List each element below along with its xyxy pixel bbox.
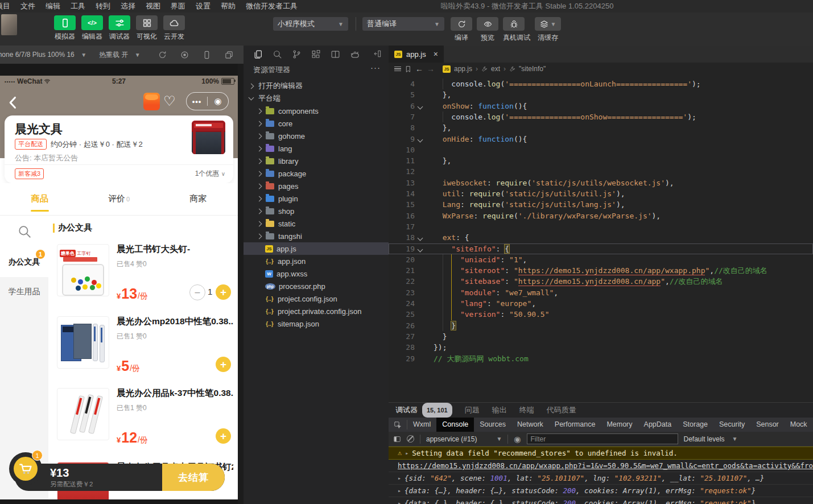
compile-select[interactable]: 普通编译▼	[362, 17, 444, 31]
add-to-cart-button[interactable]: +	[216, 357, 231, 372]
code-line-19[interactable]: 19 "siteInfo": {	[389, 243, 813, 254]
panel-toggle-icon[interactable]	[393, 435, 401, 443]
forward-arrow-icon[interactable]: →	[427, 64, 435, 73]
search-icon[interactable]	[273, 49, 282, 59]
tree-item-app.json[interactable]: {..}app.json	[244, 255, 389, 267]
menu-item-8[interactable]: 设置	[191, 0, 216, 13]
tab-商家[interactable]: 商家	[159, 183, 238, 215]
toolbar-action-真机调试[interactable]: 真机调试	[503, 17, 530, 43]
avatar[interactable]	[1, 14, 17, 35]
code-line-9[interactable]: 9 onHide: function(){	[389, 134, 813, 144]
tree-item-app.wxss[interactable]: Wapp.wxss	[244, 267, 389, 280]
checkout-button[interactable]: 去结算	[162, 464, 225, 491]
expand-arrow-icon[interactable]: ▸	[398, 497, 401, 504]
more-menu-button[interactable]: •••	[187, 97, 207, 106]
console-row-1[interactable]: https://demo15.ynjdzzd008.cn/app/wxapp.p…	[389, 460, 813, 472]
menu-item-9[interactable]: 帮助	[216, 0, 241, 13]
tree-item-project.private.config.json[interactable]: {..}project.private.config.json	[244, 305, 389, 317]
console-row-0[interactable]: ⚠▸Setting data field "recommend_stores" …	[389, 447, 813, 460]
fold-chevron-icon[interactable]	[418, 236, 423, 241]
code-line-29[interactable]: 29// 大鹏源码网 wobbt.com	[389, 353, 813, 364]
debugger-tab-调试器[interactable]: 调试器15, 101	[395, 403, 452, 418]
code-line-25[interactable]: 25 "version": "50.90.5"	[389, 309, 813, 320]
code-line-6[interactable]: 6 onShow: function(){	[389, 101, 813, 111]
code-line-21[interactable]: 21 "siteroot": "https://demo15.ynjdzzd00…	[389, 265, 813, 276]
code-line-4[interactable]: 4 console.log('================onLaunch=…	[389, 79, 813, 89]
collapse-sidebar-icon[interactable]	[373, 49, 382, 58]
device-frame-icon[interactable]	[203, 51, 211, 59]
breadcrumb-item[interactable]: "siteInfo"	[519, 65, 546, 73]
menu-item-2[interactable]: 编辑	[40, 0, 65, 13]
menu-item-4[interactable]: 转到	[90, 0, 115, 13]
red-packet-icon[interactable]	[143, 93, 160, 110]
increase-quantity-button[interactable]: +	[216, 284, 231, 300]
category-学生用品[interactable]: 学生用品	[0, 277, 48, 307]
fold-chevron-icon[interactable]	[418, 246, 423, 252]
eye-icon[interactable]: ◉	[514, 435, 521, 444]
tree-item-shop[interactable]: shop	[244, 205, 389, 217]
close-tab-icon[interactable]: ×	[434, 49, 438, 59]
inspect-element-icon[interactable]	[389, 420, 407, 429]
code-line-7[interactable]: 7 console.log('================onShow===…	[389, 111, 813, 122]
context-select[interactable]: appservice (#15)▼	[426, 435, 502, 443]
teapot-icon[interactable]	[350, 49, 360, 59]
toolbar-action-预览[interactable]: 预览	[477, 17, 498, 43]
decrease-quantity-button[interactable]: –	[189, 284, 205, 300]
expand-arrow-icon[interactable]: ▸	[398, 485, 401, 497]
log-levels-select[interactable]: Default levels▼	[684, 435, 738, 443]
tree-item-project.config.json[interactable]: {..}project.config.json	[244, 292, 389, 305]
code-line-17[interactable]: 17	[389, 221, 813, 232]
code-line-11[interactable]: 11 },	[389, 155, 813, 166]
menu-item-5[interactable]: 选择	[115, 0, 141, 13]
fold-chevron-icon[interactable]	[418, 104, 423, 109]
code-line-26[interactable]: 26 }	[389, 320, 813, 331]
code-line-28[interactable]: 28});	[389, 342, 813, 353]
code-line-24[interactable]: 24 "lang": "europe",	[389, 298, 813, 309]
code-line-20[interactable]: 20 "uniacid": "1",	[389, 254, 813, 265]
breadcrumb-item[interactable]: ext	[491, 65, 500, 73]
store-card[interactable]: 晨光文具 平台配送 约0分钟 · 起送￥0 · 配送￥2 公告: 本店暂无公告 …	[5, 115, 233, 183]
toolbar-button-编辑器[interactable]: </>编辑器	[79, 15, 106, 42]
category-办公文具[interactable]: 办公文具1	[0, 247, 48, 277]
tree-item-plugin[interactable]: plugin	[244, 192, 389, 205]
menu-item-1[interactable]: 文件	[15, 0, 40, 13]
tree-item-app.js[interactable]: JSapp.js	[244, 242, 389, 255]
tree-item-sitemap.json[interactable]: {..}sitemap.json	[244, 317, 389, 330]
files-icon[interactable]	[253, 49, 263, 59]
tab-评价[interactable]: 评价0	[79, 183, 158, 215]
mode-select[interactable]: 小程序模式▼	[273, 17, 348, 31]
code-line-14[interactable]: 14 util: require('static/js/utils/util.j…	[389, 188, 813, 199]
devtools-tab-Storage[interactable]: Storage	[677, 418, 713, 432]
code-line-10[interactable]: 10	[389, 144, 813, 155]
devtools-tab-Security[interactable]: Security	[713, 418, 750, 432]
menu-item-6[interactable]: 视图	[141, 0, 166, 13]
console-row-2[interactable]: ▸{sid: "642", scene: 1001, lat: "25.1011…	[389, 472, 813, 485]
devtools-tab-Network[interactable]: Network	[511, 418, 549, 432]
code-line-13[interactable]: 13 iwebsocket: require('static/js/utils/…	[389, 177, 813, 188]
menu-item-10[interactable]: 微信开发者工具	[241, 0, 303, 13]
detach-window-icon[interactable]	[225, 51, 233, 59]
code-line-18[interactable]: 18 ext: {	[389, 232, 813, 243]
menu-item-3[interactable]: 工具	[65, 0, 90, 13]
code-line-22[interactable]: 22 "sitebase": "https://demo15.ynjdzzd00…	[389, 276, 813, 287]
code-line-8[interactable]: 8 },	[389, 122, 813, 133]
tab-商品[interactable]: 商品	[0, 183, 79, 215]
console-row-3[interactable]: ▸{data: {…}, header: {…}, statusCode: 20…	[389, 485, 813, 497]
devtools-tab-Mock[interactable]: Mock	[785, 418, 813, 432]
device-select[interactable]: iPhone 6/7/8 Plus 100% 16 ▼	[0, 51, 86, 59]
devtools-tab-Memory[interactable]: Memory	[601, 418, 638, 432]
devtools-tab-Sensor[interactable]: Sensor	[750, 418, 785, 432]
tree-item-static[interactable]: static	[244, 217, 389, 230]
code-line-16[interactable]: 16 WxParse: require('./library/wxParse/w…	[389, 210, 813, 221]
debugger-tab-输出[interactable]: 输出	[492, 403, 507, 418]
expand-arrow-icon[interactable]: ▸	[398, 472, 401, 484]
toolbar-action-编译[interactable]: 编译	[451, 17, 472, 43]
tree-item-components[interactable]: components	[244, 105, 389, 117]
tree-section-open-editors[interactable]: 打开的编辑器	[244, 80, 389, 92]
toolbar-button-可视化[interactable]: 可视化	[133, 15, 160, 42]
code-line-12[interactable]: 12	[389, 166, 813, 177]
bookmark-icon[interactable]	[405, 65, 412, 73]
tree-item-gohome[interactable]: gohome	[244, 130, 389, 142]
explorer-more-button[interactable]: ···	[370, 63, 381, 72]
extensions-icon[interactable]	[311, 49, 321, 59]
